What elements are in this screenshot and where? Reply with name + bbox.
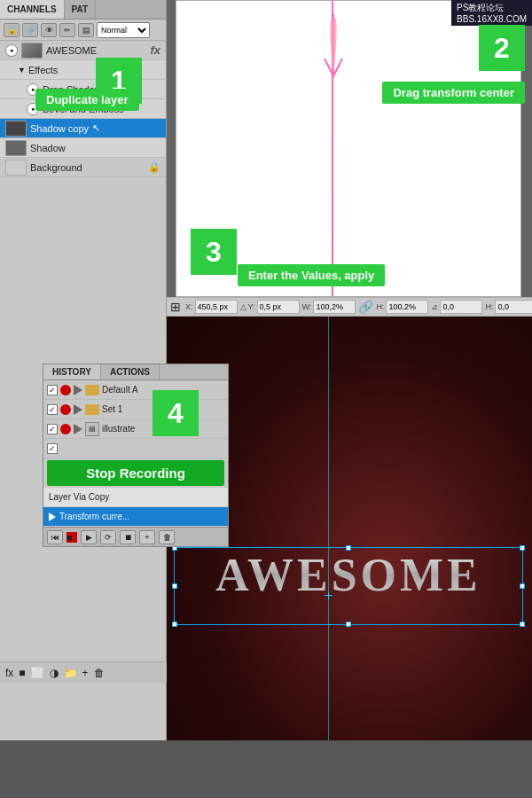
play-btn-3[interactable] — [74, 424, 82, 434]
handle-tr[interactable] — [520, 545, 525, 551]
step1-label-box: Duplicate layer — [35, 89, 139, 111]
handle-tm[interactable] — [346, 545, 351, 551]
layer-blend-select[interactable]: Normal — [97, 22, 150, 38]
play-icon-transform — [49, 512, 56, 521]
step1-label: Duplicate layer — [35, 89, 139, 111]
hist-btn-loop[interactable]: ⟳ — [100, 530, 116, 544]
handle-mr[interactable] — [520, 583, 525, 589]
tab-channels[interactable]: CHANNELS — [0, 0, 65, 19]
row2-label: Set 1 — [102, 404, 122, 414]
hist-btn-new[interactable]: + — [139, 530, 155, 544]
adjustment-icon[interactable]: ◑ — [50, 667, 59, 679]
selection-box — [174, 547, 523, 625]
brush-btn[interactable]: ✏ — [59, 23, 75, 37]
delta-icon: △ — [240, 302, 246, 311]
hist-btn-play[interactable]: ▶ — [81, 530, 97, 544]
lock-icon-background: 🔒 — [148, 161, 160, 173]
actions-tab[interactable]: ACTIONS — [101, 364, 160, 379]
delete-layer-icon[interactable]: 🗑 — [94, 667, 105, 679]
history-row-4[interactable]: ✓ — [43, 439, 228, 458]
layer-style-icon[interactable]: ■ — [19, 667, 25, 679]
step2-label: Drag transform center — [382, 82, 525, 104]
background-row[interactable]: Background 🔒 — [0, 158, 166, 177]
angle-input[interactable] — [440, 300, 482, 314]
hist-btn-delete[interactable]: 🗑 — [159, 530, 175, 544]
watermark: PS教程论坛 BBS.16XX8.COM — [451, 0, 532, 26]
checkbox-1[interactable]: ✓ — [47, 385, 58, 395]
handle-bm[interactable] — [346, 622, 351, 627]
transform-delta: △ Y: — [240, 300, 300, 314]
stop-recording-btn[interactable]: Stop Recording — [47, 460, 224, 486]
layer-thumb-background — [5, 160, 27, 176]
layer-thumb-shadow — [5, 140, 27, 156]
transform-bar: ⊞ X: △ Y: W: 🔗 H: ⊿ H: — [167, 297, 532, 317]
tab-paths[interactable]: PAT — [65, 0, 97, 19]
skew-input[interactable] — [495, 300, 532, 314]
row1-label: Default A — [102, 385, 138, 395]
handle-bl[interactable] — [172, 622, 177, 627]
group-icon[interactable]: 📁 — [64, 667, 77, 679]
fx-icon: fx — [150, 43, 160, 57]
checkbox-4[interactable]: ✓ — [47, 443, 58, 454]
effects-label: Effects — [28, 65, 58, 75]
h-label: H: — [376, 302, 384, 311]
step2-number: 2 — [479, 25, 525, 71]
step4-group: 4 — [153, 390, 199, 436]
folder-icon-2 — [85, 404, 99, 415]
new-layer-icon[interactable]: + — [82, 667, 89, 679]
layer-via-copy-row[interactable]: Layer Via Copy — [43, 488, 228, 507]
skew-label: H: — [485, 302, 493, 311]
w-label: W: — [302, 302, 312, 311]
transform-current-row[interactable]: Transform curre... — [43, 507, 228, 527]
bottom-bar — [0, 740, 532, 798]
transform-grid-icon: ⊞ — [170, 300, 181, 314]
layer-name-awesome: AWESOME — [46, 45, 97, 56]
eye-btn[interactable]: 👁 — [41, 23, 57, 37]
history-row-2[interactable]: ✓ Set 1 — [43, 400, 228, 419]
history-panel: HISTORY ACTIONS ✓ Default A ✓ Set 1 ✓ ▤ … — [43, 364, 229, 547]
play-btn-2[interactable] — [74, 404, 82, 415]
record-indicator-3 — [60, 424, 71, 434]
x-input[interactable] — [195, 300, 238, 314]
eye-icon-awesome[interactable]: ● — [5, 44, 18, 57]
layer-thumb-shadowcopy — [5, 121, 27, 137]
transform-h: H: — [376, 300, 428, 314]
action-icon-3: ▤ — [85, 422, 99, 436]
mini-toolbar: 🔒 🔗 👁 ✏ ▤ Normal — [0, 20, 166, 41]
arrow-svg — [320, 14, 347, 94]
angle-icon: ⊿ — [431, 302, 438, 311]
step4-number: 4 — [153, 390, 199, 436]
handle-br[interactable] — [520, 622, 525, 627]
step2-label-box: Drag transform center — [382, 82, 525, 104]
canvas-vertical-guide — [328, 317, 329, 740]
checkbox-3[interactable]: ✓ — [47, 424, 58, 434]
play-btn-1[interactable] — [74, 385, 82, 395]
link-btn[interactable]: 🔗 — [22, 23, 38, 37]
layer-thumb-awesome — [21, 43, 43, 59]
shadow-row[interactable]: Shadow — [0, 138, 166, 158]
history-tab[interactable]: HISTORY — [43, 364, 101, 379]
shadow-copy-label: Shadow copy — [30, 123, 89, 134]
fx-add-icon[interactable]: fx — [5, 667, 13, 679]
checkbox-2[interactable]: ✓ — [47, 404, 58, 415]
filter-btn[interactable]: ▤ — [78, 23, 94, 37]
transform-w: W: — [302, 300, 356, 314]
background-label: Background — [30, 162, 82, 173]
step3-group: 3 — [191, 229, 237, 275]
history-row-3[interactable]: ✓ ▤ illustrate — [43, 419, 228, 439]
handle-ml[interactable] — [172, 583, 177, 589]
step3-label: Enter the Values, apply — [238, 264, 385, 286]
shadow-label: Shadow — [30, 143, 66, 153]
lock-btn[interactable]: 🔒 — [4, 23, 20, 37]
add-mask-icon[interactable]: ⬜ — [31, 667, 44, 679]
y-input[interactable] — [257, 300, 300, 314]
history-row-1[interactable]: ✓ Default A — [43, 380, 228, 400]
h-input[interactable] — [386, 300, 428, 314]
step3-number: 3 — [191, 229, 237, 275]
w-input[interactable] — [313, 300, 356, 314]
hist-btn-stop[interactable]: ⏹ — [120, 530, 136, 544]
shadow-copy-row[interactable]: Shadow copy ↖ — [0, 119, 166, 138]
record-stop-icon[interactable]: ■ — [66, 532, 77, 543]
hist-btn-back[interactable]: ⏮ — [47, 530, 63, 544]
record-indicator-2 — [60, 404, 71, 415]
